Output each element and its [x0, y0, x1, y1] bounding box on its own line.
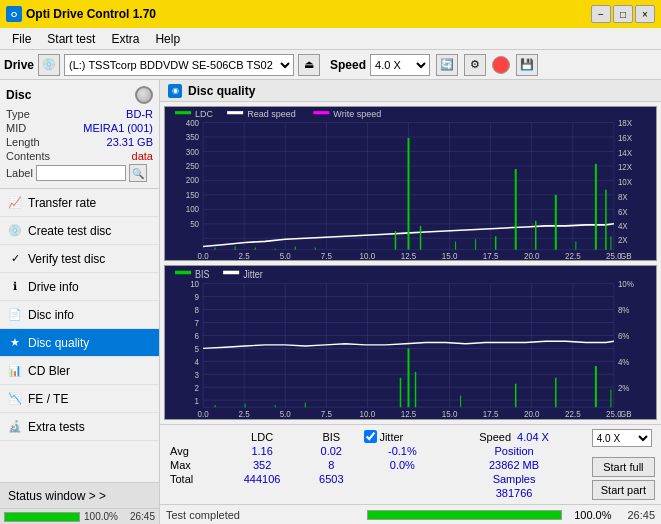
- avg-jitter: -0.1%: [360, 444, 444, 458]
- svg-text:5.0: 5.0: [280, 252, 292, 260]
- svg-text:17.5: 17.5: [483, 408, 499, 419]
- drive-label: Drive: [4, 58, 34, 72]
- bottom-progress-inner: [368, 511, 561, 519]
- elapsed-time: 26:45: [130, 511, 155, 522]
- drive-icon-btn[interactable]: 💿: [38, 54, 60, 76]
- svg-rect-5: [313, 111, 329, 114]
- menu-help[interactable]: Help: [147, 30, 188, 48]
- svg-text:16X: 16X: [618, 134, 633, 143]
- refresh-button[interactable]: 🔄: [436, 54, 458, 76]
- sidebar-item-cd-bler[interactable]: 📊 CD Bler: [0, 357, 159, 385]
- jitter-label: Jitter: [379, 431, 403, 443]
- total-jitter-spacer: [360, 472, 444, 486]
- svg-text:15.0: 15.0: [442, 408, 458, 419]
- label-search-button[interactable]: 🔍: [129, 164, 147, 182]
- status-window-label: Status window > >: [8, 489, 106, 503]
- svg-text:2%: 2%: [618, 382, 630, 393]
- sidebar-item-create-test-disc[interactable]: 💿 Create test disc: [0, 217, 159, 245]
- svg-text:20.0: 20.0: [524, 252, 540, 260]
- svg-rect-1: [175, 111, 191, 114]
- start-part-button[interactable]: Start part: [592, 480, 655, 500]
- col-header-empty: [166, 429, 222, 444]
- sidebar-item-transfer-rate[interactable]: 📈 Transfer rate: [0, 189, 159, 217]
- sidebar-item-disc-quality[interactable]: ★ Disc quality: [0, 329, 159, 357]
- eject-button[interactable]: ⏏: [298, 54, 320, 76]
- svg-text:2.5: 2.5: [239, 252, 251, 260]
- speed-select-chart[interactable]: 4.0 X: [592, 429, 652, 447]
- sidebar-item-extra-tests[interactable]: 🔬 Extra tests: [0, 413, 159, 441]
- svg-text:4%: 4%: [618, 356, 630, 367]
- disc-info-icon: 📄: [8, 308, 22, 322]
- svg-text:4: 4: [195, 356, 200, 367]
- svg-text:1: 1: [195, 395, 200, 406]
- disc-quality-label: Disc quality: [28, 336, 89, 350]
- sidebar: Disc Type BD-R MID MEIRA1 (001) Length 2…: [0, 80, 160, 524]
- speed-select[interactable]: 4.0 X: [370, 54, 430, 76]
- svg-text:100: 100: [186, 205, 200, 214]
- verify-test-disc-label: Verify test disc: [28, 252, 105, 266]
- settings-button[interactable]: ⚙: [464, 54, 486, 76]
- speed-label: Speed: [330, 58, 366, 72]
- menu-start-test[interactable]: Start test: [39, 30, 103, 48]
- svg-rect-77: [175, 271, 191, 275]
- start-full-button[interactable]: Start full: [592, 457, 655, 477]
- col-header-ldc: LDC: [222, 429, 302, 444]
- elapsed-time-bottom: 26:45: [627, 509, 655, 521]
- drive-info-icon: ℹ: [8, 280, 22, 294]
- menu-file[interactable]: File: [4, 30, 39, 48]
- drive-info-label: Drive info: [28, 280, 79, 294]
- svg-text:20.0: 20.0: [524, 408, 540, 419]
- drive-select[interactable]: (L:) TSSTcorp BDDVDW SE-506CB TS02: [64, 54, 294, 76]
- menu-extra[interactable]: Extra: [103, 30, 147, 48]
- content-header: ◉ Disc quality: [160, 80, 661, 102]
- content-area: ◉ Disc quality LDC Read speed Write spee…: [160, 80, 661, 524]
- svg-text:6: 6: [195, 330, 200, 341]
- total-bis: 6503: [302, 472, 360, 486]
- type-key: Type: [6, 108, 30, 120]
- svg-text:22.5: 22.5: [565, 252, 581, 260]
- samples-label-cell: Samples: [444, 472, 583, 486]
- total-label: Total: [166, 472, 222, 486]
- length-value: 23.31 GB: [107, 136, 153, 148]
- progress-bar-inner: [5, 513, 79, 521]
- status-text: Test completed: [166, 509, 359, 521]
- sidebar-item-drive-info[interactable]: ℹ Drive info: [0, 273, 159, 301]
- svg-rect-0: [165, 107, 656, 260]
- svg-text:17.5: 17.5: [483, 252, 499, 260]
- ldc-chart-svg: LDC Read speed Write speed: [165, 107, 656, 260]
- label-key: Label: [6, 167, 33, 179]
- save-button[interactable]: 💾: [516, 54, 538, 76]
- jitter-checkbox-label[interactable]: Jitter: [364, 430, 440, 443]
- sidebar-item-fe-te[interactable]: 📉 FE / TE: [0, 385, 159, 413]
- app-title: Opti Drive Control 1.70: [26, 7, 156, 21]
- disc-icon: [135, 86, 153, 104]
- create-test-disc-icon: 💿: [8, 224, 22, 238]
- stats-bar: LDC BIS Jitter Speed 4.04 X: [160, 424, 661, 504]
- sidebar-item-disc-info[interactable]: 📄 Disc info: [0, 301, 159, 329]
- position-value-cell: 23862 MB: [444, 458, 583, 472]
- cd-bler-icon: 📊: [8, 364, 22, 378]
- svg-rect-3: [227, 111, 243, 114]
- close-button[interactable]: ×: [635, 5, 655, 23]
- label-input[interactable]: [36, 165, 126, 181]
- svg-text:5.0: 5.0: [280, 408, 291, 419]
- svg-text:0.0: 0.0: [198, 252, 210, 260]
- svg-text:6X: 6X: [618, 207, 628, 216]
- main-area: Disc Type BD-R MID MEIRA1 (001) Length 2…: [0, 80, 661, 524]
- minimize-button[interactable]: −: [591, 5, 611, 23]
- bottom-bar: Test completed 100.0% 26:45: [160, 504, 661, 524]
- svg-text:400: 400: [186, 118, 200, 127]
- svg-text:4X: 4X: [618, 222, 628, 231]
- speed-current-val: 4.04 X: [517, 431, 549, 443]
- svg-text:12.5: 12.5: [401, 252, 417, 260]
- sidebar-item-verify-test-disc[interactable]: ✓ Verify test disc: [0, 245, 159, 273]
- content-icon: ◉: [168, 84, 182, 98]
- ldc-chart: LDC Read speed Write speed: [164, 106, 657, 261]
- status-window-button[interactable]: Status window > >: [0, 482, 159, 508]
- total-ldc: 444106: [222, 472, 302, 486]
- maximize-button[interactable]: □: [613, 5, 633, 23]
- svg-text:Write speed: Write speed: [333, 109, 381, 119]
- red-circle-btn[interactable]: [492, 56, 510, 74]
- jitter-checkbox[interactable]: [364, 430, 377, 443]
- titlebar: O Opti Drive Control 1.70 − □ ×: [0, 0, 661, 28]
